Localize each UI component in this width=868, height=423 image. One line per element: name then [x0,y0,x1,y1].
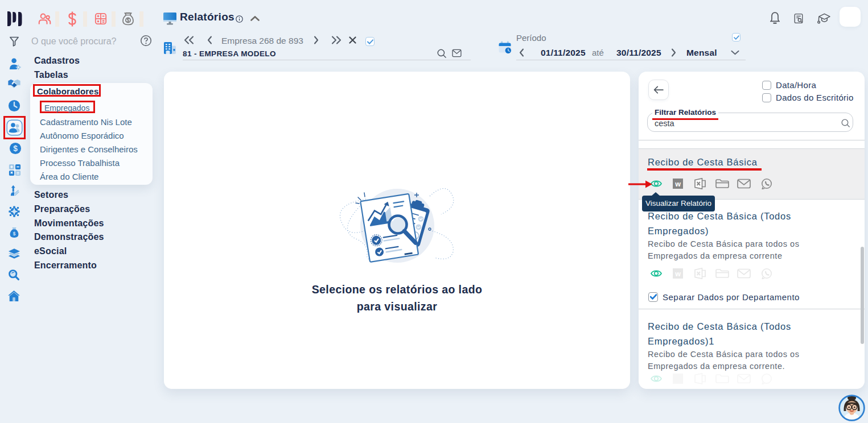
svg-text:$: $ [13,231,16,237]
svg-text:w: w [674,270,681,278]
svg-text:$: $ [13,144,18,153]
svg-text:w: w [674,180,681,188]
